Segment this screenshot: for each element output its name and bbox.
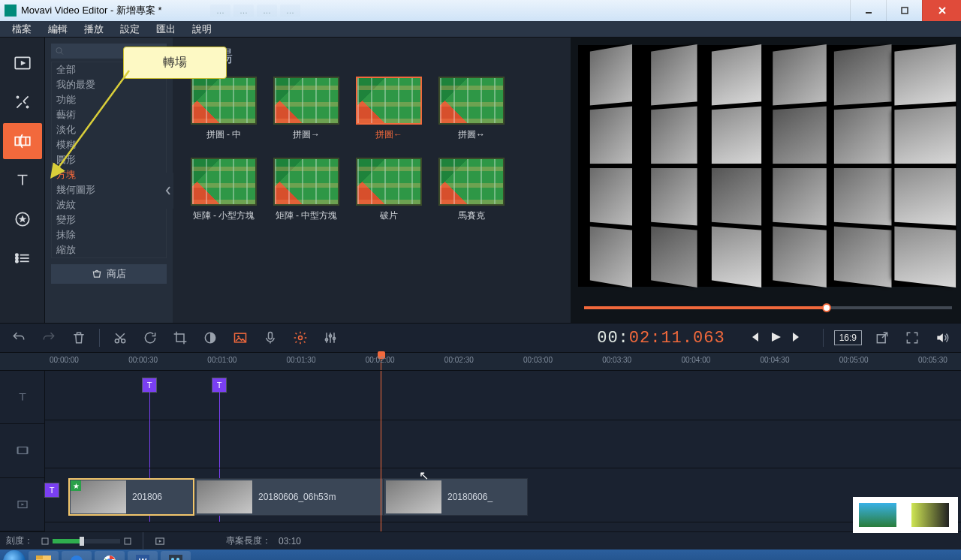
timeline-playhead[interactable] (381, 371, 381, 531)
tooltip-text: 轉場 (163, 56, 187, 68)
menu-play[interactable]: 播放 (77, 21, 111, 38)
taskbar-app[interactable] (161, 551, 191, 560)
title-clip[interactable]: T (212, 378, 226, 392)
track-label-titles[interactable] (0, 371, 44, 424)
svg-point-11 (15, 254, 17, 256)
category-item[interactable]: 抹除 (52, 227, 166, 242)
transition-label: 拼圖→ (273, 129, 339, 140)
menu-edit[interactable]: 編輯 (41, 21, 75, 38)
transition-thumb[interactable]: 拼圖↔ (438, 77, 505, 140)
settings-button[interactable] (288, 327, 313, 349)
ruler-label: 00:04:30 (761, 356, 790, 364)
ruler-label: 00:04:00 (681, 356, 710, 364)
start-button[interactable] (3, 550, 26, 560)
svg-marker-5 (20, 61, 26, 66)
category-item[interactable]: 波紋 (52, 197, 166, 212)
category-item[interactable]: 變形 (52, 212, 166, 227)
tab-media[interactable] (3, 45, 42, 81)
collapse-panel-button[interactable] (163, 173, 173, 209)
next-button[interactable] (790, 330, 803, 346)
transition-label: 拼圖 - 中 (191, 129, 257, 140)
transition-thumb[interactable]: 拼圖← (356, 77, 422, 140)
svg-point-17 (56, 48, 62, 53)
window-minimize-button[interactable] (850, 0, 886, 21)
svg-rect-8 (15, 137, 30, 146)
prev-button[interactable] (748, 330, 761, 346)
preview-canvas (578, 45, 956, 287)
ruler-label: 00:05:30 (918, 356, 947, 364)
taskbar-browser[interactable] (62, 551, 92, 560)
transition-thumb[interactable]: 馬賽克 (438, 158, 505, 221)
transition-thumb[interactable]: 矩陣 - 中型方塊 (273, 158, 339, 221)
svg-line-18 (61, 53, 63, 55)
svg-rect-31 (18, 447, 27, 454)
timeline: TT T ★20180620180606_06h53m20180606_ ↖ (0, 371, 961, 531)
windows-taskbar: W (0, 549, 961, 560)
track-label-overlay[interactable] (0, 424, 44, 477)
delete-button[interactable] (66, 327, 92, 349)
tab-transitions[interactable] (3, 123, 42, 159)
window-maximize-button[interactable] (886, 0, 922, 21)
category-item[interactable]: 幾何圖形 (52, 182, 166, 197)
fit-timeline-icon[interactable] (154, 536, 166, 546)
redo-button[interactable] (36, 327, 62, 349)
crop-button[interactable] (167, 327, 193, 349)
timecode-main: 02:11.063 (629, 329, 725, 348)
play-button[interactable] (769, 330, 782, 346)
track-label-video[interactable] (0, 478, 44, 531)
cut-button[interactable] (107, 327, 133, 349)
title-clip[interactable]: T (143, 378, 156, 392)
taskbar-explorer[interactable] (29, 551, 59, 560)
transition-thumb[interactable]: 矩陣 - 小型方塊 (191, 158, 257, 221)
svg-marker-10 (18, 215, 26, 223)
taskbar-chrome[interactable] (95, 551, 125, 560)
popout-button[interactable] (869, 327, 895, 349)
video-clip[interactable]: ★201806 (69, 479, 194, 515)
svg-point-13 (15, 260, 17, 263)
tab-filters[interactable] (3, 84, 42, 120)
svg-point-12 (15, 257, 17, 259)
mic-button[interactable] (258, 327, 283, 349)
tab-more[interactable] (3, 240, 42, 276)
svg-point-6 (17, 96, 18, 98)
menu-file[interactable]: 檔案 (5, 21, 39, 38)
zoom-in-icon (123, 537, 132, 546)
category-item[interactable]: 縮放 (52, 242, 166, 257)
fullscreen-button[interactable] (899, 327, 925, 349)
aspect-ratio-button[interactable]: 16:9 (834, 330, 862, 345)
transition-label: 破片 (356, 210, 422, 221)
zoom-slider[interactable] (41, 537, 132, 546)
video-clip[interactable]: 20180606_06h53m (195, 479, 383, 515)
store-button[interactable]: 商店 (51, 264, 167, 284)
volume-button[interactable] (929, 327, 955, 349)
rotate-button[interactable] (137, 327, 163, 349)
transition-thumb[interactable]: 破片 (356, 158, 422, 221)
menu-export[interactable]: 匯出 (149, 21, 183, 38)
tab-titles[interactable] (3, 162, 42, 198)
window-close-button[interactable] (922, 0, 961, 21)
tracks-area[interactable]: TT T ★20180620180606_06h53m20180606_ ↖ (45, 371, 961, 531)
menu-settings[interactable]: 設定 (113, 21, 147, 38)
transition-label: 拼圖↔ (438, 129, 505, 140)
color-button[interactable] (197, 327, 223, 349)
svg-point-26 (299, 336, 303, 340)
equalizer-button[interactable] (318, 327, 343, 349)
picture-button[interactable] (227, 327, 253, 349)
taskbar-word[interactable]: W (128, 551, 158, 560)
chevron-left-icon (165, 186, 171, 195)
undo-button[interactable] (6, 327, 32, 349)
preview-scrubber[interactable] (584, 306, 952, 309)
video-clip[interactable]: 20180606_ (384, 479, 527, 515)
tab-stickers[interactable] (3, 201, 42, 237)
transition-thumb[interactable]: 拼圖 - 中 (191, 77, 257, 140)
background-tabs: ………… (210, 0, 300, 21)
timecode-prefix: 00: (597, 329, 629, 348)
transition-thumb[interactable]: 拼圖→ (273, 77, 339, 140)
ruler-label: 00:03:30 (602, 356, 631, 364)
transition-label: 矩陣 - 小型方塊 (191, 210, 257, 221)
project-length-label: 專案長度： (226, 534, 271, 547)
time-ruler[interactable]: 00:00:0000:00:3000:01:0000:01:3000:02:00… (0, 353, 961, 371)
menu-help[interactable]: 說明 (185, 21, 219, 38)
ruler-label: 00:00:30 (128, 356, 158, 364)
svg-point-42 (71, 555, 83, 560)
